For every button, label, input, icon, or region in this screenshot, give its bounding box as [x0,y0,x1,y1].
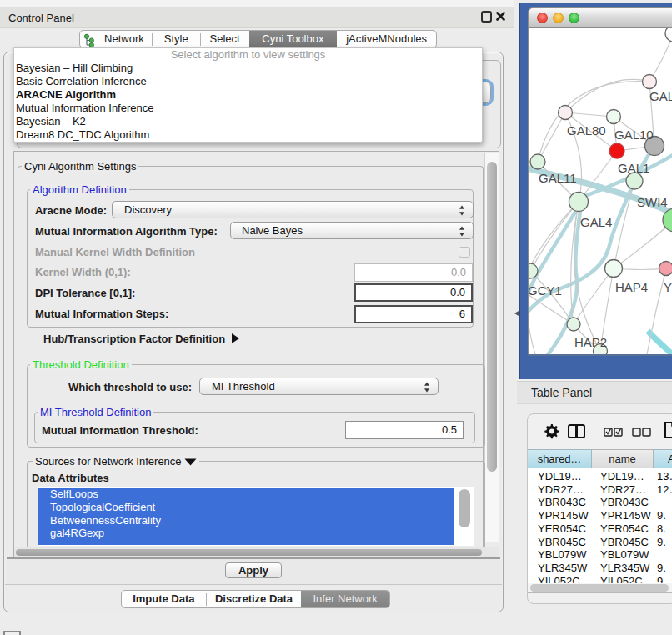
svg-text:HAP2: HAP2 [574,335,607,349]
svg-text:GAL11: GAL11 [539,171,577,185]
svg-text:GAL1: GAL1 [618,161,649,175]
svg-text:Y: Y [664,280,672,294]
svg-text:SWI4: SWI4 [637,195,668,209]
svg-text:GAL8: GAL8 [649,89,672,103]
svg-text:GAL10: GAL10 [614,128,654,142]
svg-text:GAL4: GAL4 [580,215,612,229]
svg-text:GCY1: GCY1 [529,283,562,298]
svg-text:GAL80: GAL80 [567,123,606,138]
svg-text:HAP4: HAP4 [615,280,648,294]
